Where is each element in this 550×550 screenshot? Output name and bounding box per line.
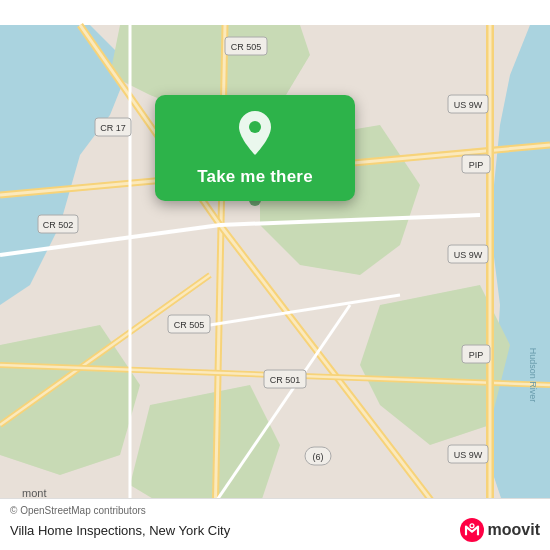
svg-text:CR 505: CR 505 <box>231 42 262 52</box>
svg-point-52 <box>249 121 261 133</box>
svg-text:CR 501: CR 501 <box>270 375 301 385</box>
svg-text:Hudson River: Hudson River <box>528 348 538 403</box>
svg-text:(6): (6) <box>313 452 324 462</box>
svg-text:US 9W: US 9W <box>454 100 483 110</box>
popup-card: Take me there <box>155 95 355 201</box>
copyright-text: © OpenStreetMap contributors <box>10 505 540 516</box>
moovit-icon <box>460 518 484 542</box>
svg-text:CR 502: CR 502 <box>43 220 74 230</box>
svg-text:PIP: PIP <box>469 350 484 360</box>
location-row: Villa Home Inspections, New York City mo… <box>10 518 540 542</box>
svg-text:US 9W: US 9W <box>454 450 483 460</box>
location-name: Villa Home Inspections, New York City <box>10 523 230 538</box>
map-container: CR 17 CR 502 CR 505 CR 505 CR 501 US 9W … <box>0 0 550 550</box>
svg-text:US 9W: US 9W <box>454 250 483 260</box>
moovit-logo: moovit <box>460 518 540 542</box>
svg-point-53 <box>460 518 484 542</box>
svg-text:PIP: PIP <box>469 160 484 170</box>
take-me-there-button[interactable]: Take me there <box>197 167 313 187</box>
pin-icon-wrapper <box>237 111 273 159</box>
svg-point-55 <box>470 524 473 527</box>
moovit-text: moovit <box>488 521 540 539</box>
svg-text:CR 17: CR 17 <box>100 123 126 133</box>
svg-text:CR 505: CR 505 <box>174 320 205 330</box>
bottom-bar: © OpenStreetMap contributors Villa Home … <box>0 498 550 550</box>
svg-marker-7 <box>130 385 280 515</box>
map-background: CR 17 CR 502 CR 505 CR 505 CR 501 US 9W … <box>0 0 550 550</box>
location-pin-icon <box>237 111 273 155</box>
